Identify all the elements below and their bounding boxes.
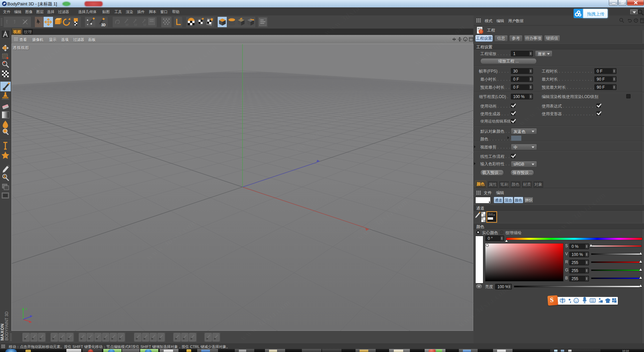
svg-text:12: 12 — [134, 23, 137, 26]
svg-text:颜色: 颜色 — [488, 213, 493, 216]
svg-text:Y: Y — [25, 308, 28, 311]
svg-text:12: 12 — [125, 23, 128, 26]
svg-text:3D: 3D — [101, 23, 106, 27]
svg-text:12: 12 — [143, 23, 146, 26]
